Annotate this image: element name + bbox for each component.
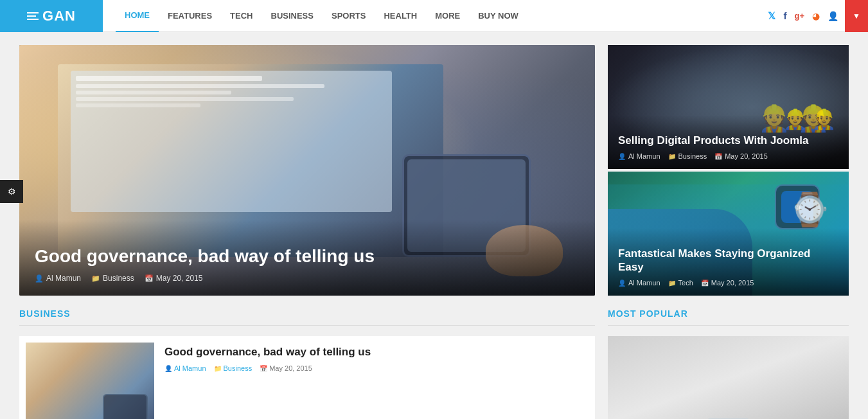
business-article-title[interactable]: Good governance, bad way of telling us <box>164 345 589 359</box>
hero-author: 👤 Al Mamun <box>35 274 81 283</box>
popular-thumb[interactable] <box>608 336 849 419</box>
hero-meta: 👤 Al Mamun 📁 Business 📅 May 20, 2015 <box>35 274 580 283</box>
nav-health[interactable]: HEALTH <box>375 0 426 32</box>
business-section-title: BUSINESS <box>19 308 71 319</box>
person-icon: 👤 <box>164 365 172 372</box>
logo-text: GAN <box>42 8 76 24</box>
nav-more[interactable]: MORE <box>426 0 469 32</box>
twitter-icon[interactable]: 𝕏 <box>768 10 775 22</box>
hero-category: 📁 Business <box>91 274 134 283</box>
gear-icon: ⚙ <box>8 186 16 197</box>
business-section: BUSINESS Good governance, bad way of tel… <box>19 308 595 419</box>
side-card-2[interactable]: ⌚ Fantastical Makes Staying Organized Ea… <box>608 172 849 296</box>
sc1-author: 👤 Al Mamun <box>618 152 660 160</box>
business-article-card[interactable]: Good governance, bad way of telling us 👤… <box>19 336 595 419</box>
logo[interactable]: GAN <box>0 0 103 32</box>
person-icon: 👤 <box>618 153 626 160</box>
hero-overlay: Good governance, bad way of telling us 👤… <box>19 220 595 296</box>
side-cards: 👷 👷 Selling Digital Products With Joomla… <box>608 45 849 296</box>
nav-tech[interactable]: TECH <box>221 0 261 32</box>
most-popular-section-header: MOST POPULAR <box>608 308 849 326</box>
side-card-2-title: Fantastical Makes Staying Organized Easy <box>618 247 838 274</box>
ba-date: 📅 May 20, 2015 <box>260 364 312 372</box>
calendar-icon: 📅 <box>260 365 267 372</box>
calendar-icon: 📅 <box>714 153 722 160</box>
calendar-icon: 📅 <box>701 280 709 287</box>
calendar-icon: 📅 <box>145 274 154 283</box>
business-article-info: Good governance, bad way of telling us 👤… <box>164 343 589 419</box>
facebook-icon[interactable]: f <box>783 10 786 21</box>
nav-business[interactable]: BUSINESS <box>262 0 323 32</box>
chevron-down-icon: ▼ <box>853 12 860 21</box>
hero-section: Good governance, bad way of telling us 👤… <box>19 45 595 296</box>
sc2-author: 👤 Al Mamun <box>618 279 660 287</box>
rss-icon[interactable]: ◕ <box>812 11 820 21</box>
side-card-2-overlay: Fantastical Makes Staying Organized Easy… <box>608 228 849 296</box>
person-icon: 👤 <box>35 274 44 283</box>
sc2-category: 📁 Tech <box>668 279 693 287</box>
hero-date: 📅 May 20, 2015 <box>145 274 203 283</box>
business-article-meta: 👤 Al Mamun 📁 Business 📅 May 20, 2015 <box>164 364 589 372</box>
sc1-date: 📅 May 20, 2015 <box>714 152 768 160</box>
ba-category[interactable]: 📁 Business <box>214 364 252 372</box>
main-nav: HOME FEATURES TECH BUSINESS SPORTS HEALT… <box>103 0 761 31</box>
side-card-2-meta: 👤 Al Mamun 📁 Tech 📅 May 20, 2015 <box>618 279 838 287</box>
header-social-icons: 𝕏 f g+ ◕ 👤 <box>761 10 845 22</box>
nav-home[interactable]: HOME <box>116 0 159 32</box>
google-plus-icon[interactable]: g+ <box>794 11 804 21</box>
folder-icon: 📁 <box>668 280 676 287</box>
side-card-1-meta: 👤 Al Mamun 📁 Business 📅 May 20, 2015 <box>618 152 838 160</box>
most-popular-section-title: MOST POPULAR <box>608 308 688 319</box>
folder-icon: 📁 <box>214 365 222 372</box>
sc2-date: 📅 May 20, 2015 <box>701 279 754 287</box>
ba-author[interactable]: 👤 Al Mamun <box>164 364 206 372</box>
nav-buy-now[interactable]: BUY NOW <box>469 0 527 32</box>
business-article-thumb <box>26 343 154 419</box>
logo-lines-icon <box>27 12 39 20</box>
nav-features[interactable]: FEATURES <box>159 0 221 32</box>
dropdown-button[interactable]: ▼ <box>845 0 868 32</box>
folder-icon: 📁 <box>91 274 100 283</box>
most-popular-section: MOST POPULAR <box>608 308 849 419</box>
business-section-header: BUSINESS <box>19 308 595 326</box>
side-card-1-title: Selling Digital Products With Joomla <box>618 134 838 147</box>
nav-sports[interactable]: SPORTS <box>323 0 375 32</box>
person-icon: 👤 <box>618 280 626 287</box>
settings-float-button[interactable]: ⚙ <box>0 180 23 203</box>
sc1-category: 📁 Business <box>668 152 707 160</box>
hero-card[interactable]: Good governance, bad way of telling us 👤… <box>19 45 595 296</box>
folder-icon: 📁 <box>668 153 676 160</box>
user-icon[interactable]: 👤 <box>828 11 838 21</box>
header: GAN HOME FEATURES TECH BUSINESS SPORTS H… <box>0 0 868 32</box>
side-card-1[interactable]: 👷 👷 Selling Digital Products With Joomla… <box>608 45 849 169</box>
hero-title: Good governance, bad way of telling us <box>35 245 580 267</box>
side-card-1-overlay: Selling Digital Products With Joomla 👤 A… <box>608 115 849 169</box>
